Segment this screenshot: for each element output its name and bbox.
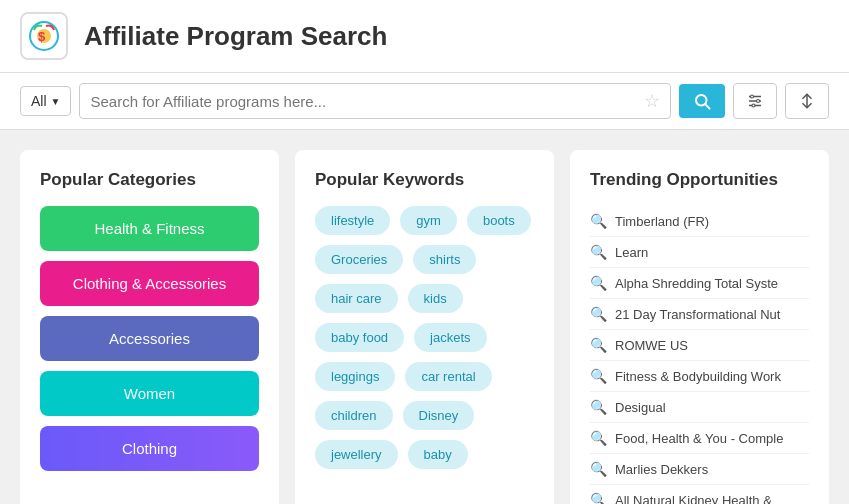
trending-item[interactable]: 🔍 All Natural Kidney Health &: [590, 485, 809, 504]
search-icon: 🔍: [590, 461, 607, 477]
keyword-baby[interactable]: baby: [408, 440, 468, 469]
search-icon: 🔍: [590, 306, 607, 322]
trending-text: Desigual: [615, 400, 666, 415]
svg-point-9: [757, 100, 760, 103]
trending-item[interactable]: 🔍 Alpha Shredding Total Syste: [590, 268, 809, 299]
trending-list: 🔍 Timberland (FR) 🔍 Learn 🔍 Alpha Shredd…: [590, 206, 809, 504]
search-icon: 🔍: [590, 275, 607, 291]
popular-categories-panel: Popular Categories Health & Fitness Clot…: [20, 150, 279, 504]
keyword-shirts[interactable]: shirts: [413, 245, 476, 274]
keyword-disney[interactable]: Disney: [403, 401, 475, 430]
search-input-wrap: ☆: [79, 83, 671, 119]
category-clothing-accessories[interactable]: Clothing & Accessories: [40, 261, 259, 306]
search-icon: 🔍: [590, 368, 607, 384]
search-icon: 🔍: [590, 430, 607, 446]
keyword-kids[interactable]: kids: [408, 284, 463, 313]
trending-item[interactable]: 🔍 Learn: [590, 237, 809, 268]
trending-text: 21 Day Transformational Nut: [615, 307, 780, 322]
trending-text: Marlies Dekkers: [615, 462, 708, 477]
popular-categories-heading: Popular Categories: [40, 170, 259, 190]
popular-keywords-panel: Popular Keywords lifestyle gym boots Gro…: [295, 150, 554, 504]
keyword-lifestyle[interactable]: lifestyle: [315, 206, 390, 235]
trending-item[interactable]: 🔍 ROMWE US: [590, 330, 809, 361]
keyword-jewellery[interactable]: jewellery: [315, 440, 398, 469]
category-accessories[interactable]: Accessories: [40, 316, 259, 361]
svg-text:$: $: [38, 29, 46, 44]
sort-button[interactable]: [785, 83, 829, 119]
trending-item[interactable]: 🔍 Food, Health & You - Comple: [590, 423, 809, 454]
trending-panel: Trending Opportunities 🔍 Timberland (FR)…: [570, 150, 829, 504]
trending-item[interactable]: 🔍 Fitness & Bodybuilding Work: [590, 361, 809, 392]
svg-line-4: [705, 104, 709, 108]
search-button[interactable]: [679, 84, 725, 118]
keyword-groceries[interactable]: Groceries: [315, 245, 403, 274]
keyword-baby-food[interactable]: baby food: [315, 323, 404, 352]
keyword-gym[interactable]: gym: [400, 206, 457, 235]
filter-button[interactable]: [733, 83, 777, 119]
star-icon[interactable]: ☆: [644, 90, 660, 112]
filter-icon: [746, 92, 764, 110]
trending-text: Alpha Shredding Total Syste: [615, 276, 778, 291]
chevron-down-icon: ▼: [51, 96, 61, 107]
search-icon: 🔍: [590, 337, 607, 353]
keyword-jackets[interactable]: jackets: [414, 323, 486, 352]
keyword-hair-care[interactable]: hair care: [315, 284, 398, 313]
keywords-list: lifestyle gym boots Groceries shirts hai…: [315, 206, 534, 469]
trending-text: All Natural Kidney Health &: [615, 493, 772, 505]
category-clothing[interactable]: Clothing: [40, 426, 259, 471]
svg-point-8: [751, 95, 754, 98]
search-icon: [693, 92, 711, 110]
header: $ Affiliate Program Search: [0, 0, 849, 73]
trending-item[interactable]: 🔍 Marlies Dekkers: [590, 454, 809, 485]
trending-item[interactable]: 🔍 Desigual: [590, 392, 809, 423]
category-health-fitness[interactable]: Health & Fitness: [40, 206, 259, 251]
keyword-boots[interactable]: boots: [467, 206, 531, 235]
popular-keywords-heading: Popular Keywords: [315, 170, 534, 190]
logo-icon: $: [20, 12, 68, 60]
trending-text: Learn: [615, 245, 648, 260]
search-icon: 🔍: [590, 244, 607, 260]
search-bar: All ▼ ☆: [0, 73, 849, 130]
trending-item[interactable]: 🔍 Timberland (FR): [590, 206, 809, 237]
page-title: Affiliate Program Search: [84, 21, 387, 52]
category-women[interactable]: Women: [40, 371, 259, 416]
trending-text: Food, Health & You - Comple: [615, 431, 783, 446]
search-icon: 🔍: [590, 399, 607, 415]
trending-text: ROMWE US: [615, 338, 688, 353]
search-icon: 🔍: [590, 492, 607, 504]
keyword-children[interactable]: children: [315, 401, 393, 430]
keyword-leggings[interactable]: leggings: [315, 362, 395, 391]
trending-item[interactable]: 🔍 21 Day Transformational Nut: [590, 299, 809, 330]
trending-text: Timberland (FR): [615, 214, 709, 229]
main-content: Popular Categories Health & Fitness Clot…: [0, 130, 849, 504]
keyword-car-rental[interactable]: car rental: [405, 362, 491, 391]
trending-heading: Trending Opportunities: [590, 170, 809, 190]
search-input[interactable]: [90, 93, 644, 110]
all-dropdown[interactable]: All ▼: [20, 86, 71, 116]
search-icon: 🔍: [590, 213, 607, 229]
trending-text: Fitness & Bodybuilding Work: [615, 369, 781, 384]
sort-icon: [798, 92, 816, 110]
svg-point-10: [752, 104, 755, 107]
